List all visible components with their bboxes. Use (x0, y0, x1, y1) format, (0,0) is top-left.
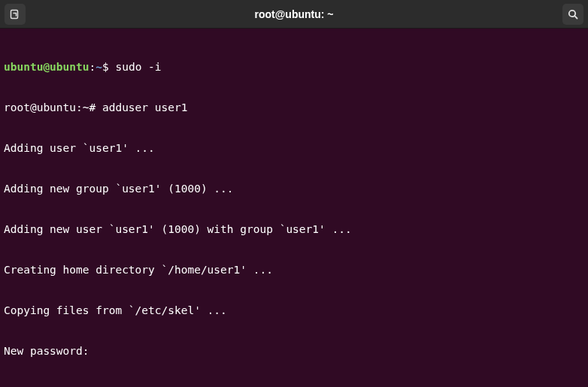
prompt-path: ~ (95, 61, 102, 73)
prompt-colon: : (89, 61, 96, 73)
new-tab-button[interactable] (5, 4, 26, 25)
prompt-root: root@ubuntu:~# (4, 101, 102, 113)
terminal-output[interactable]: ubuntu@ubuntu:~$ sudo -i root@ubuntu:~# … (0, 29, 588, 387)
command-text: sudo -i (115, 61, 161, 73)
window-titlebar: root@ubuntu: ~ (0, 0, 588, 29)
terminal-line: Adding new group `user1' (1000) ... (4, 182, 584, 195)
terminal-line: New password: (4, 344, 584, 358)
terminal-line: Copying files from `/etc/skel' ... (4, 304, 584, 317)
new-tab-icon (9, 8, 21, 20)
search-button[interactable] (562, 4, 583, 25)
search-icon (567, 8, 579, 20)
terminal-line: root@ubuntu:~# adduser user1 (4, 101, 584, 114)
prompt-symbol: $ (102, 61, 109, 73)
terminal-line: Adding new user `user1' (1000) with grou… (4, 222, 584, 236)
command-text: adduser user1 (102, 101, 188, 113)
terminal-line: Adding user `user1' ... (4, 141, 584, 155)
window-title: root@ubuntu: ~ (254, 8, 333, 21)
svg-line-2 (574, 16, 577, 18)
prompt-user: ubuntu@ubuntu (4, 61, 89, 73)
terminal-line: ubuntu@ubuntu:~$ sudo -i (4, 60, 584, 74)
terminal-line: Creating home directory `/home/user1' ..… (4, 263, 584, 277)
